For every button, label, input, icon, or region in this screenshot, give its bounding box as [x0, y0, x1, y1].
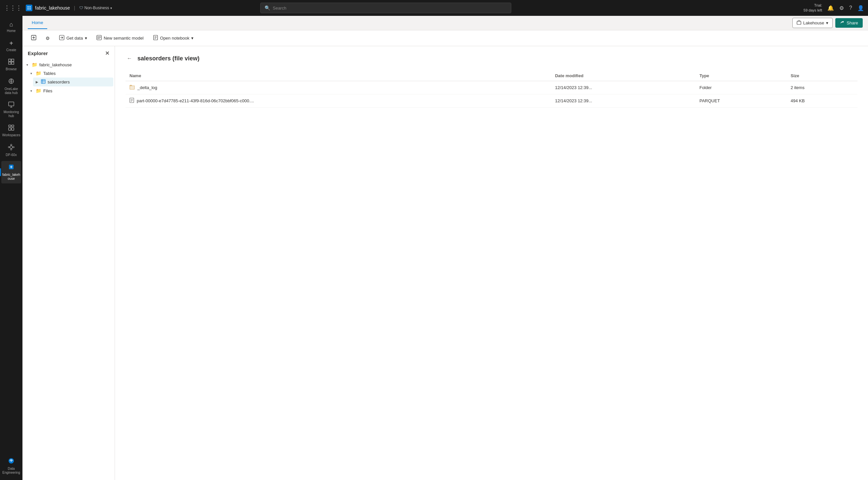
tree-toggle-root: ▾	[26, 63, 32, 67]
main-body: Explorer ✕ ▾ 📁 fabric_lakehouse ▾ 📁 Tabl…	[23, 46, 868, 480]
tree-files[interactable]: ▾ 📁 Files	[28, 87, 113, 95]
tree-salesorders[interactable]: ▶ salesorders ···	[33, 77, 113, 87]
tree-toggle-tables: ▾	[30, 72, 36, 75]
sidebar-item-workspaces[interactable]: Workspaces	[1, 122, 21, 140]
explorer-close-button[interactable]: ✕	[105, 50, 109, 57]
chevron-icon: ▾	[826, 21, 828, 25]
sidebar-item-browse[interactable]: Browse	[1, 56, 21, 74]
svg-rect-2	[11, 59, 14, 61]
sidebar-icons: ⌂ Home + Create Browse OneLakedata hub M…	[0, 16, 23, 480]
new-semantic-button[interactable]: New semantic model	[93, 33, 147, 43]
toolbar-right: Lakehouse ▾ Share	[793, 18, 863, 28]
data-engineering-icon	[8, 457, 14, 466]
tables-folder-icon: 📁	[36, 71, 41, 76]
settings-button[interactable]: ⚙	[42, 34, 53, 43]
notebook-chevron: ▾	[191, 36, 193, 41]
sidebar-item-onelake[interactable]: OneLakedata hub	[1, 75, 21, 98]
main-layout: ⌂ Home + Create Browse OneLakedata hub M…	[0, 16, 868, 480]
security-label: Non-Business	[85, 6, 109, 10]
sidebar-item-dp60x[interactable]: DP-60x	[1, 141, 21, 160]
svg-rect-7	[8, 125, 11, 127]
share-button[interactable]: Share	[835, 18, 863, 28]
workspace-name: fabric_lakehouse	[35, 5, 70, 10]
table-row[interactable]: _delta_log 12/14/2023 12:39... Folder 2 …	[125, 81, 858, 94]
cell-date-modified: 12/14/2023 12:39...	[551, 81, 695, 94]
sidebar-item-data-engineering[interactable]: DataEngineering	[1, 455, 21, 477]
col-type: Type	[695, 71, 787, 81]
file-table-header: Name Date modified Type Size	[125, 71, 858, 81]
cell-type: PARQUET	[695, 94, 787, 108]
help-icon[interactable]: ?	[849, 5, 852, 11]
table-row[interactable]: part-00000-e7d47785-e211-43f9-816d-06c70…	[125, 94, 858, 108]
lakehouse-button[interactable]: Lakehouse ▾	[793, 18, 833, 28]
topbar-right: Trial: 59 days left 🔔 ⚙ ? 👤	[804, 3, 864, 13]
share-icon	[840, 20, 844, 26]
svg-point-12	[10, 144, 12, 145]
action-bar: ⚙ Get data ▾ New semantic model Open no	[23, 30, 868, 46]
tree-tables[interactable]: ▾ 📁 Tables	[28, 69, 113, 77]
new-semantic-label: New semantic model	[104, 36, 144, 41]
grid-icon[interactable]: ⋮⋮⋮	[4, 4, 22, 11]
tab-home[interactable]: Home	[28, 17, 47, 29]
search-bar[interactable]: 🔍	[260, 3, 511, 13]
open-notebook-button[interactable]: Open notebook ▾	[150, 33, 197, 43]
new-item-button[interactable]	[28, 33, 40, 43]
cell-name: part-00000-e7d47785-e211-43f9-816d-06c70…	[125, 94, 551, 108]
sidebar-item-fabric-lakehouse[interactable]: fabric_lakehouse	[1, 161, 21, 183]
trial-info: Trial: 59 days left	[804, 3, 822, 13]
profile-icon[interactable]: 👤	[858, 5, 864, 11]
get-data-icon	[59, 35, 64, 41]
file-table: Name Date modified Type Size _delta_log …	[125, 71, 858, 108]
folder-icon	[129, 84, 135, 91]
toolbar: Home Lakehouse ▾ Share	[23, 16, 868, 30]
svg-point-14	[8, 146, 9, 148]
settings-icon[interactable]: ⚙	[839, 5, 844, 11]
explorer-panel: Explorer ✕ ▾ 📁 fabric_lakehouse ▾ 📁 Tabl…	[23, 46, 115, 480]
svg-rect-9	[8, 128, 11, 130]
svg-rect-4	[11, 62, 14, 64]
open-notebook-label: Open notebook	[160, 36, 190, 41]
svg-point-18	[10, 460, 12, 461]
sidebar-item-home[interactable]: ⌂ Home	[1, 19, 21, 36]
salesorders-table-icon	[41, 79, 45, 85]
col-name: Name	[125, 71, 551, 81]
root-folder-icon: 📁	[32, 62, 37, 67]
brand: fabric_lakehouse | 🛡 Non-Business ▾	[26, 5, 112, 11]
shield-icon: 🛡	[79, 6, 83, 10]
file-view-header: ← salesorders (file view)	[125, 54, 858, 63]
lakehouse-icon	[797, 20, 801, 26]
explorer-title: Explorer	[28, 50, 48, 56]
lakehouse-label: Lakehouse	[803, 21, 825, 25]
search-input[interactable]	[273, 6, 507, 10]
dp60x-icon	[8, 144, 14, 152]
svg-point-13	[10, 149, 12, 150]
create-icon: +	[9, 40, 13, 47]
salesorders-label: salesorders	[48, 79, 107, 84]
notification-icon[interactable]: 🔔	[827, 5, 834, 11]
sidebar-item-create[interactable]: + Create	[1, 37, 21, 55]
tree-root[interactable]: ▾ 📁 fabric_lakehouse	[24, 60, 113, 69]
sidebar-item-monitoring[interactable]: Monitoringhub	[1, 99, 21, 121]
onelake-icon	[8, 78, 14, 86]
back-button[interactable]: ←	[125, 54, 133, 63]
chevron-down-icon[interactable]: ▾	[110, 6, 112, 10]
svg-rect-6	[8, 102, 14, 106]
svg-rect-10	[11, 128, 14, 130]
svg-point-15	[13, 146, 14, 148]
cell-date-modified: 12/14/2023 12:39...	[551, 94, 695, 108]
explorer-header: Explorer ✕	[23, 46, 115, 60]
brand-icon	[26, 5, 32, 11]
new-item-icon	[31, 35, 36, 41]
get-data-label: Get data	[66, 36, 83, 41]
svg-rect-24	[41, 79, 45, 83]
files-folder-icon: 📁	[36, 88, 41, 93]
cell-name: _delta_log	[125, 81, 551, 94]
svg-rect-3	[8, 62, 11, 64]
files-label: Files	[43, 89, 111, 93]
file-icon	[129, 98, 134, 104]
share-label: Share	[846, 21, 858, 25]
cell-type: Folder	[695, 81, 787, 94]
get-data-button[interactable]: Get data ▾	[56, 33, 91, 43]
workspaces-icon	[8, 125, 14, 132]
new-semantic-icon	[96, 35, 102, 41]
